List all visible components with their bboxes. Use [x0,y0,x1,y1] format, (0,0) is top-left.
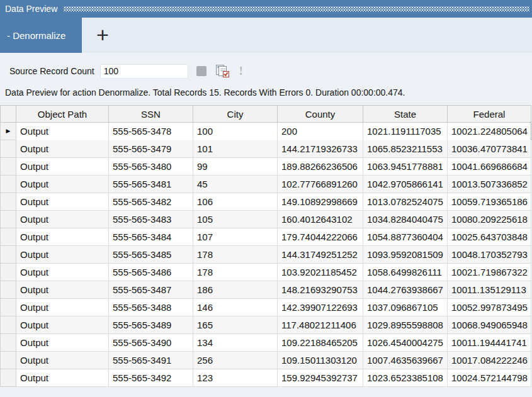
row-selector-cell[interactable] [1,264,16,281]
grid-cell[interactable]: 555-565-3489 [109,316,193,334]
grid-cell[interactable]: 555-565-3488 [109,299,193,316]
grid-cell[interactable]: Output [16,246,109,264]
grid-cell[interactable]: 10011.194441741 [448,334,531,352]
drag-grip-dots[interactable] [64,6,529,12]
grid-cell[interactable]: 134 [193,334,278,352]
grid-cell[interactable]: 103.92021185452 [278,264,363,281]
grid-cell[interactable]: 1023.6523385108 [363,369,448,387]
grid-cell[interactable]: 165 [193,316,278,334]
grid-cell[interactable]: 10041.669686684 [448,158,531,176]
grid-cell[interactable]: 1021.1191117035 [363,123,448,140]
grid-cell[interactable]: 555-565-3482 [109,193,193,211]
grid-cell[interactable]: Output [16,264,109,281]
grid-cell[interactable]: 142.39907122693 [278,299,363,316]
grid-cell[interactable]: 178 [193,246,278,264]
grid-cell[interactable]: 256 [193,352,278,369]
grid-cell[interactable]: 1044.2763938667 [363,281,448,299]
grid-cell[interactable]: Output [16,211,109,228]
grid-cell[interactable]: 555-565-3479 [109,140,193,158]
grid-cell[interactable]: 160.4012643102 [278,211,363,228]
row-selector-cell[interactable] [1,281,16,299]
column-header-object-path[interactable]: Object Path [16,106,109,123]
grid-cell[interactable]: 10059.719365186 [448,193,531,211]
row-selector-cell[interactable] [1,369,16,387]
grid-cell[interactable]: 178 [193,264,278,281]
grid-cell[interactable]: 45 [193,176,278,193]
grid-cell[interactable]: 109.22188465205 [278,334,363,352]
grid-cell[interactable]: Output [16,123,109,140]
grid-corner-cell[interactable] [1,106,16,123]
grid-cell[interactable]: 1063.9451778881 [363,158,448,176]
grid-cell[interactable]: 10025.643703848 [448,228,531,246]
row-selector-cell[interactable] [1,140,16,158]
grid-cell[interactable]: 144.31749251252 [278,246,363,264]
tab-denormalize[interactable]: - Denormalize [0,18,82,53]
add-tab-button[interactable]: + [82,18,123,53]
column-header-county[interactable]: County [278,106,363,123]
grid-cell[interactable]: Output [16,281,109,299]
grid-cell[interactable]: Output [16,176,109,193]
validate-results-button[interactable] [215,65,230,78]
grid-cell[interactable]: Output [16,228,109,246]
grid-cell[interactable]: 1042.9705866141 [363,176,448,193]
grid-cell[interactable]: 101 [193,140,278,158]
grid-cell[interactable]: 106 [193,193,278,211]
grid-cell[interactable]: 555-565-3486 [109,264,193,281]
column-header-ssn[interactable]: SSN [109,106,193,123]
grid-cell[interactable]: 1013.0782524075 [363,193,448,211]
row-selector-cell[interactable] [1,228,16,246]
grid-cell[interactable]: Output [16,334,109,352]
grid-cell[interactable]: Output [16,316,109,334]
column-header-state[interactable]: State [363,106,448,123]
grid-cell[interactable]: 10013.507336852 [448,176,531,193]
grid-cell[interactable]: 200 [278,123,363,140]
grid-cell[interactable]: 102.77766891260 [278,176,363,193]
grid-cell[interactable]: 107 [193,228,278,246]
grid-cell[interactable]: 555-565-3480 [109,158,193,176]
grid-cell[interactable]: 10048.170352793 [448,246,531,264]
grid-cell[interactable]: 159.92945392737 [278,369,363,387]
source-record-count-input[interactable] [100,64,188,79]
grid-cell[interactable]: 105 [193,211,278,228]
grid-cell[interactable]: 189.88266236506 [278,158,363,176]
row-selector-cell[interactable] [1,352,16,369]
grid-cell[interactable]: 555-565-3484 [109,228,193,246]
grid-cell[interactable]: 99 [193,158,278,176]
grid-cell[interactable]: 555-565-3492 [109,369,193,387]
disabled-square-button[interactable] [196,66,207,76]
grid-cell[interactable]: 10024.572144798 [448,369,531,387]
grid-cell[interactable]: 555-565-3481 [109,176,193,193]
grid-cell[interactable]: 1054.8877360404 [363,228,448,246]
row-selector-cell[interactable] [1,193,16,211]
row-selector-cell[interactable]: ▶ [1,123,16,140]
row-selector-cell[interactable] [1,176,16,193]
grid-cell[interactable]: 149.10892998669 [278,193,363,211]
grid-cell[interactable]: Output [16,352,109,369]
grid-cell[interactable]: Output [16,158,109,176]
grid-cell[interactable]: 555-565-3490 [109,334,193,352]
grid-cell[interactable]: 10021.224805064 [448,123,531,140]
grid-cell[interactable]: Output [16,140,109,158]
grid-cell[interactable]: 1034.8284040475 [363,211,448,228]
grid-cell[interactable]: 109.15011303120 [278,352,363,369]
grid-cell[interactable]: Output [16,193,109,211]
grid-cell[interactable]: 100 [193,123,278,140]
grid-cell[interactable]: 1093.9592081509 [363,246,448,264]
grid-cell[interactable]: 1037.096867105 [363,299,448,316]
row-selector-cell[interactable] [1,316,16,334]
grid-cell[interactable]: 555-565-3491 [109,352,193,369]
grid-cell[interactable]: 10011.135129113 [448,281,531,299]
column-header-federal[interactable]: Federal [448,106,531,123]
row-selector-cell[interactable] [1,246,16,264]
row-selector-cell[interactable] [1,334,16,352]
grid-cell[interactable]: 146 [193,299,278,316]
grid-cell[interactable]: 1026.4540004275 [363,334,448,352]
grid-cell[interactable]: 555-565-3485 [109,246,193,264]
grid-cell[interactable]: 179.74044222066 [278,228,363,246]
grid-cell[interactable]: 10068.949065948 [448,316,531,334]
row-selector-cell[interactable] [1,211,16,228]
grid-cell[interactable]: Output [16,369,109,387]
grid-cell[interactable]: 555-565-3478 [109,123,193,140]
grid-cell[interactable]: 1058.6499826111 [363,264,448,281]
column-header-city[interactable]: City [193,106,278,123]
